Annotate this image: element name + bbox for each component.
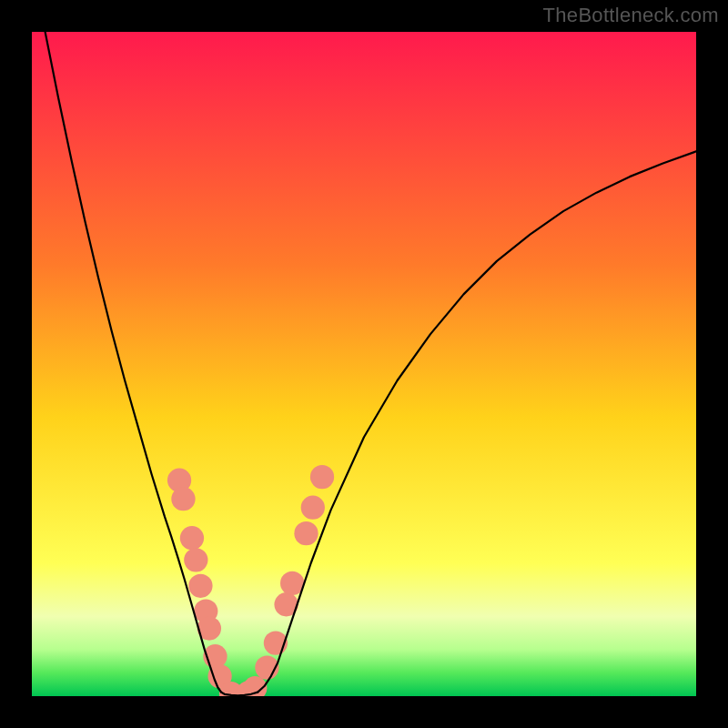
watermark-text: TheBottleneck.com <box>543 4 719 27</box>
data-marker <box>184 548 207 571</box>
data-marker <box>294 521 318 545</box>
data-marker <box>301 496 325 520</box>
chart-frame: TheBottleneck.com <box>0 0 728 728</box>
curve-right-branch <box>258 151 696 692</box>
series-group <box>46 32 696 695</box>
data-marker <box>180 526 204 550</box>
plot-area <box>32 32 696 696</box>
data-marker <box>310 465 334 489</box>
data-marker <box>188 574 212 598</box>
marker-group <box>167 465 334 696</box>
curve-layer <box>32 32 696 696</box>
data-marker <box>171 487 195 511</box>
